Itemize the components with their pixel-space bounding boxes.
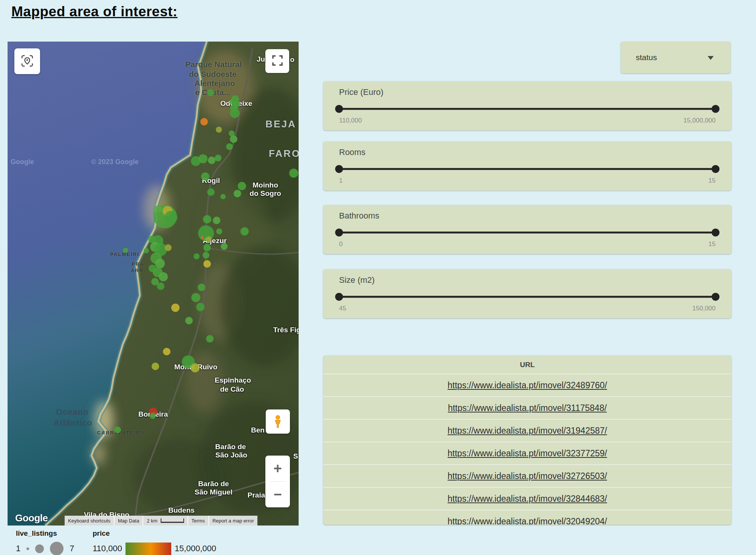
price-slider[interactable] [323,101,731,116]
listing-marker[interactable] [220,194,226,199]
listing-marker[interactable] [230,108,240,118]
size-max-value: 150,000 [692,305,716,312]
listing-marker[interactable] [155,259,165,268]
url-table: URL https://www.idealista.pt/imovel/3248… [323,355,731,525]
listing-marker[interactable] [157,282,164,290]
bathrooms-slider-track[interactable] [339,232,716,234]
listing-link[interactable]: https://www.idealista.pt/imovel/32049204… [448,516,607,525]
fullscreen-button[interactable] [265,49,289,73]
listing-marker[interactable] [114,426,121,433]
legend-dot-small [26,547,29,550]
zoom-controls: + − [265,456,290,507]
listing-marker[interactable] [165,244,172,251]
listing-marker[interactable] [207,188,215,196]
listing-marker[interactable] [203,215,211,223]
bathrooms-slider-label: Bathrooms [339,211,379,221]
listing-marker[interactable] [194,253,200,259]
size-slider-track[interactable] [339,296,716,298]
listing-marker[interactable] [203,260,211,268]
listing-marker[interactable] [198,154,208,163]
rooms-slider[interactable] [323,161,731,177]
size-slider-max-handle[interactable] [712,293,720,301]
price-slider-max-handle[interactable] [712,105,720,113]
listing-marker[interactable] [206,236,212,242]
listing-marker[interactable] [123,248,128,253]
terms-link[interactable]: Terms [187,516,208,526]
listing-marker[interactable] [240,227,249,236]
listing-marker[interactable] [154,205,162,213]
listing-marker[interactable] [164,211,177,224]
listing-marker[interactable] [213,217,220,224]
listing-marker[interactable] [198,284,205,291]
rooms-slider-track[interactable] [339,168,716,170]
listing-marker[interactable] [163,348,170,355]
listing-marker[interactable] [191,363,200,372]
report-map-error-link[interactable]: Report a map error [208,516,257,526]
url-row: https://www.idealista.pt/imovel/32049204… [323,510,731,525]
listing-marker[interactable] [171,304,180,312]
map[interactable]: Parque Naturaldo SudoesteAlentejanoe Cos… [8,42,299,526]
rooms-slider-min-handle[interactable] [335,165,343,173]
size-slider-min-handle[interactable] [335,293,343,301]
listing-marker[interactable] [215,155,222,161]
legend-dot-medium [35,544,44,553]
page: Mapped area of interest: [0,0,756,555]
listing-marker[interactable] [185,317,193,324]
map-scale: 2 km [143,516,187,526]
listing-link[interactable]: https://www.idealista.pt/imovel/31175848… [448,403,607,413]
listing-marker[interactable] [201,236,204,239]
listing-marker[interactable] [196,303,204,311]
listing-marker[interactable] [152,363,159,370]
listing-marker[interactable] [216,127,222,133]
map-data-link[interactable]: Map Data [114,516,143,526]
rooms-slider-max-handle[interactable] [712,165,720,173]
listing-marker[interactable] [159,272,168,281]
map-markers-layer [8,42,299,526]
listing-link[interactable]: https://www.idealista.pt/imovel/32377259… [448,448,607,459]
listing-link[interactable]: https://www.idealista.pt/imovel/32489760… [448,380,607,391]
listing-marker[interactable] [207,89,214,96]
listing-marker[interactable] [289,169,298,178]
listing-link[interactable]: https://www.idealista.pt/imovel/32726503… [448,471,607,481]
listing-marker[interactable] [230,135,237,143]
size-filter-card: Size (m2) 45 150,000 [323,269,731,318]
listing-marker[interactable] [221,243,228,250]
listing-marker[interactable] [238,182,246,190]
listing-marker[interactable] [201,172,209,181]
listing-marker[interactable] [144,248,149,253]
rooms-slider-label: Rooms [339,147,366,157]
select-area-button[interactable] [14,48,40,74]
listing-marker[interactable] [216,228,222,234]
bathrooms-slider-min-handle[interactable] [335,229,343,237]
status-dropdown[interactable]: status [621,42,731,73]
listing-marker[interactable] [234,190,241,197]
keyboard-shortcuts-link[interactable]: Keyboard shortcuts [65,516,114,526]
bathrooms-slider-max-handle[interactable] [712,229,720,237]
price-slider-track[interactable] [339,108,716,110]
pegman-button[interactable] [266,409,290,434]
pegman-icon [271,414,285,429]
bathrooms-slider[interactable] [323,225,731,240]
price-min-value: 110,000 [339,117,362,124]
url-row: https://www.idealista.pt/imovel/32726503… [323,464,731,487]
listing-marker[interactable] [191,293,200,302]
listing-marker[interactable] [208,157,215,164]
listing-marker[interactable] [203,252,209,259]
status-dropdown-label: status [636,53,657,62]
listing-marker[interactable] [200,118,208,126]
area-pin-icon [20,53,35,70]
size-slider[interactable] [323,289,731,304]
legend-price-min: 110,000 [93,544,122,553]
legend-dot-large [50,542,64,555]
price-legend: 110,000 15,000,000 [93,541,216,555]
listing-marker[interactable] [150,413,156,419]
listing-link[interactable]: https://www.idealista.pt/imovel/31942587… [448,426,607,436]
zoom-out-button[interactable]: − [265,482,290,507]
listing-link[interactable]: https://www.idealista.pt/imovel/32844683… [448,494,607,504]
listing-marker[interactable] [206,335,214,343]
listing-marker[interactable] [203,244,211,251]
rooms-filter-card: Rooms 1 15 [323,141,731,191]
zoom-in-button[interactable]: + [265,456,290,481]
price-slider-min-handle[interactable] [335,105,343,113]
listing-marker[interactable] [226,143,233,150]
